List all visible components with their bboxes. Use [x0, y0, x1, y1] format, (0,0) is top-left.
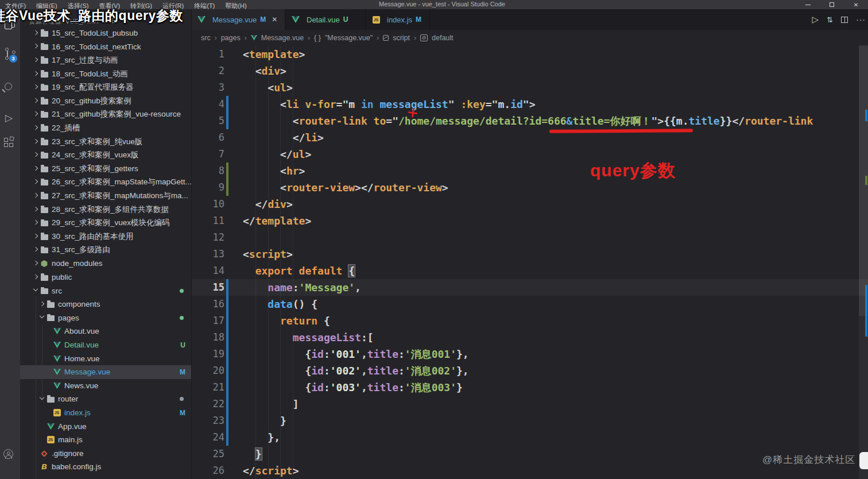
breadcrumb-item[interactable]: Message.vue — [261, 34, 304, 42]
tree-item-15_src_TodoList_pubsub[interactable]: 15_src_TodoList_pubsub — [20, 26, 191, 40]
tree-item-19_src_-[interactable]: 19_src_配置代理服务器 — [20, 80, 191, 94]
code-line-14[interactable]: 14 export default { — [191, 262, 868, 279]
breadcrumb-item[interactable]: script — [393, 34, 410, 42]
code-line-1[interactable]: 1<template> — [191, 46, 868, 63]
split-editor-icon[interactable] — [841, 17, 848, 23]
tree-item-27_src_-_mapMutations-ma...[interactable]: 27_src_求和案例_mapMutations与ma... — [20, 189, 191, 203]
close-button[interactable]: ✕ — [844, 0, 868, 9]
tree-item-31_src_-[interactable]: 31_src_多级路由 — [20, 244, 191, 257]
tree-item-24_src_-_vuex-[interactable]: 24_src_求和案例_vuex版 — [20, 148, 191, 162]
tree-item-label: 22_插槽 — [52, 123, 80, 133]
run-file-icon[interactable]: ▷ — [812, 14, 819, 25]
tree-item-router[interactable]: router — [20, 392, 191, 406]
tree-item-22_-[interactable]: 22_插槽 — [20, 121, 191, 135]
breadcrumb-item[interactable]: src — [201, 34, 211, 42]
code-text: data() { — [243, 296, 317, 312]
code-line-5[interactable]: 5 <router-link to="/home/message/detail?… — [191, 113, 868, 129]
code-line-8[interactable]: 8 <hr> — [191, 163, 868, 179]
tree-item-30_src_-[interactable]: 30_src_路由的基本使用 — [20, 230, 191, 244]
tree-item-17_src_-[interactable]: 17_src_过度与动画 — [20, 53, 191, 67]
extensions-icon[interactable] — [0, 137, 20, 154]
tree-item-public[interactable]: public — [20, 271, 191, 284]
code-line-11[interactable]: 11</template> — [191, 213, 868, 229]
code-line-9[interactable]: 9 <router-view></router-view> — [191, 179, 868, 196]
code-line-4[interactable]: 4 <li v-for="m in messageList" :key="m.i… — [191, 96, 868, 113]
code-line-18[interactable]: 18 messageList:[ — [191, 329, 868, 346]
tree-item-About.vue[interactable]: About.vue — [20, 325, 191, 338]
breadcrumb-item[interactable]: pages — [221, 34, 241, 42]
close-tab-icon[interactable]: ✕ — [272, 16, 277, 24]
code-line-17[interactable]: 17 return { — [191, 312, 868, 329]
line-number: 4 — [191, 96, 224, 113]
code-line-12[interactable]: 12 — [191, 229, 868, 246]
code-line-15[interactable]: 15 name:'Message', — [191, 279, 868, 296]
folder-icon — [40, 111, 49, 118]
tree-item-Message.vue[interactable]: Message.vueM — [20, 365, 191, 379]
code-line-13[interactable]: 13<script> — [191, 246, 868, 262]
tree-item-babel.config.js[interactable]: Bbabel.config.js — [20, 460, 191, 474]
tab-index.js[interactable]: JSindex.jsM — [366, 9, 430, 30]
gutter-change-bar — [226, 346, 228, 362]
code-line-20[interactable]: 20 {id:'002',title:'消息002'}, — [191, 362, 868, 379]
breadcrumb-item[interactable]: { } — [314, 34, 321, 42]
maximize-button[interactable] — [820, 0, 844, 9]
breadcrumb-item[interactable]: "Message.vue" — [325, 34, 373, 42]
code-line-22[interactable]: 22 ] — [191, 396, 868, 412]
folder-icon — [40, 84, 49, 91]
tree-item-26_src_-_mapState-mapGett...[interactable]: 26_src_求和案例_mapState与mapGett... — [20, 176, 191, 190]
code-line-7[interactable]: 7 </ul> — [191, 146, 868, 163]
tree-item-News.vue[interactable]: News.vue — [20, 379, 191, 393]
tree-item-label: 19_src_配置代理服务器 — [52, 82, 134, 92]
code-line-21[interactable]: 21 {id:'003',title:'消息003'} — [191, 379, 868, 396]
minimize-button[interactable] — [796, 0, 820, 9]
run-debug-icon[interactable]: ▷ — [0, 111, 20, 129]
code-line-24[interactable]: 24 }, — [191, 429, 868, 446]
code-text: <router-link to="/home/message/detail?id… — [243, 113, 813, 129]
tab-Message.vue[interactable]: Message.vueM✕ — [191, 9, 285, 30]
search-icon[interactable] — [0, 82, 20, 99]
menu-item[interactable]: 帮助(H) — [220, 1, 251, 10]
tree-item-29_src_-_vuex-[interactable]: 29_src_求和案例_vuex模块化编码 — [20, 216, 191, 230]
code-line-23[interactable]: 23 } — [191, 412, 868, 429]
tree-item-Detail.vue[interactable]: Detail.vueU — [20, 338, 191, 352]
tree-item-components[interactable]: components — [20, 298, 191, 311]
tab-Detail.vue[interactable]: Detail.vueU — [285, 9, 366, 30]
menu-item[interactable]: 终端(T) — [189, 1, 220, 10]
code-text: } — [243, 446, 262, 462]
tree-item-25_src_-_getters[interactable]: 25_src_求和案例_getters — [20, 162, 191, 176]
tree-item-App.vue[interactable]: App.vue — [20, 419, 191, 433]
code-line-10[interactable]: 10 </div> — [191, 196, 868, 213]
sync-changes-icon[interactable]: ⇅ — [827, 16, 833, 24]
tree-item-21_src_github-_vue-resource[interactable]: 21_src_github搜索案例_vue-resource — [20, 108, 191, 122]
tree-item-node_modules[interactable]: node_modules — [20, 257, 191, 271]
tree-item-18_src_TodoList_-[interactable]: 18_src_TodoList_动画 — [20, 67, 191, 81]
tree-item-.gitignore[interactable]: .gitignore — [20, 447, 191, 461]
gutter-change-bar — [226, 96, 228, 113]
breadcrumb-separator-icon: › — [245, 34, 247, 42]
code-line-2[interactable]: 2 <div> — [191, 63, 868, 79]
gutter-change-bar — [226, 279, 228, 296]
code-editor[interactable]: 1<template>2 <div>3 <ul>4 <li v-for="m i… — [191, 46, 868, 479]
tree-item-label: babel.config.js — [52, 462, 101, 471]
tree-item-20_src_github-[interactable]: 20_src_github搜索案例 — [20, 94, 191, 108]
more-actions-icon[interactable]: ··· — [856, 15, 866, 24]
symbol-default-icon: @ — [420, 34, 428, 41]
tree-item-index.js[interactable]: JSindex.jsM — [20, 406, 191, 420]
code-line-16[interactable]: 16 data() { — [191, 296, 868, 312]
sidebar-editor-divider[interactable] — [191, 9, 192, 479]
tree-item-src[interactable]: src — [20, 284, 191, 298]
source-control-icon[interactable]: 3 — [0, 47, 20, 64]
folder-icon — [40, 192, 49, 199]
tree-item-28_src_-_-[interactable]: 28_src_求和案例_多组件共享数据 — [20, 203, 191, 217]
account-icon[interactable] — [0, 449, 20, 466]
code-line-6[interactable]: 6 </li> — [191, 129, 868, 146]
code-line-3[interactable]: 3 <ul> — [191, 79, 868, 96]
tree-item-23_src_-_-vue-[interactable]: 23_src_求和案例_纯vue版 — [20, 135, 191, 149]
tree-item-Home.vue[interactable]: Home.vue — [20, 351, 191, 365]
line-number: 26 — [191, 462, 224, 479]
tree-item-main.js[interactable]: JSmain.js — [20, 433, 191, 447]
breadcrumb-item[interactable]: default — [432, 34, 454, 42]
tree-item-pages[interactable]: pages — [20, 311, 191, 325]
tree-item-16_src_TodoList_nextTick[interactable]: 16_src_TodoList_nextTick — [20, 40, 191, 54]
code-line-19[interactable]: 19 {id:'001',title:'消息001'}, — [191, 346, 868, 362]
